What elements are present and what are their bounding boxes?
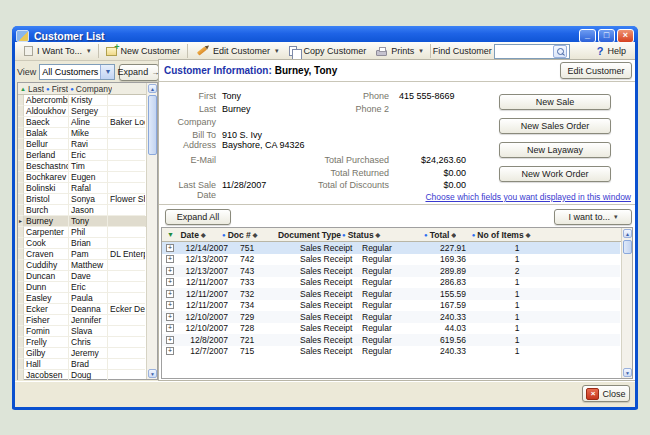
scrollbar-thumb[interactable]	[148, 95, 157, 155]
close-button[interactable]: × Close	[582, 385, 630, 402]
customer-row[interactable]: Berland Eric	[18, 150, 147, 161]
expand-row-icon[interactable]	[166, 267, 174, 275]
transaction-row[interactable]: 12/11/2007 734 Sales Receipt Regular 167…	[162, 300, 620, 312]
customer-row[interactable]: Jacobsen Doug	[18, 370, 147, 380]
transaction-row[interactable]: 12/10/2007 728 Sales Receipt Regular 44.…	[162, 323, 620, 335]
help-button[interactable]: ? Help	[592, 43, 631, 60]
customer-row[interactable]: Carpenter Phil	[18, 227, 147, 238]
transaction-scrollbar[interactable]: ▲ ▼	[621, 228, 632, 378]
customer-row[interactable]: Duncan Dave	[18, 271, 147, 282]
expand-row-icon[interactable]	[166, 290, 174, 298]
expand-row-icon[interactable]	[166, 324, 174, 332]
close-x-icon: ×	[586, 388, 599, 400]
column-header[interactable]: ● No of Items ◆	[456, 230, 546, 240]
customer-row[interactable]: Bellur Ravi	[18, 139, 147, 150]
expand-row-icon[interactable]	[166, 255, 174, 263]
column-header[interactable]: ● Document Type ◆	[278, 230, 342, 240]
edit-customer-button[interactable]: Edit Customer ▾	[190, 43, 284, 60]
new-work-order-button[interactable]: New Work Order	[499, 166, 611, 182]
field-value: 910 S. Ivy Bayshore, CA 94326	[222, 130, 305, 150]
customer-row[interactable]: Fomin Slava	[18, 326, 147, 337]
customer-row[interactable]: Cook Brian	[18, 238, 147, 249]
column-sort-filter-icon[interactable]	[70, 86, 74, 92]
expand-all-button[interactable]: Expand All	[165, 209, 231, 225]
transaction-row[interactable]: 12/14/2007 751 Sales Receipt Regular 227…	[162, 242, 620, 254]
column-header[interactable]: Company	[68, 83, 112, 94]
scroll-down-icon[interactable]: ▼	[623, 368, 632, 377]
transaction-row[interactable]: 12/11/2007 732 Sales Receipt Regular 155…	[162, 288, 620, 300]
expand-row-icon[interactable]	[166, 313, 174, 321]
column-header[interactable]: ● Total ◆	[402, 230, 456, 240]
column-header[interactable]: ● Status ◆	[342, 230, 402, 240]
customer-row[interactable]: Craven Pam DL Enterpri...	[18, 249, 147, 260]
expand-button[interactable]: Expand →	[119, 64, 159, 81]
customer-row[interactable]: Fisher Jennifer	[18, 315, 147, 326]
expand-row-icon[interactable]	[166, 301, 174, 309]
sort-icon[interactable]: ◆	[526, 231, 531, 238]
expand-row-icon[interactable]	[166, 347, 174, 355]
expand-row-icon[interactable]	[166, 278, 174, 286]
customer-row[interactable]: Burney Tony	[18, 216, 147, 227]
transaction-row[interactable]: 12/7/2007 715 Sales Receipt Regular 240.…	[162, 346, 620, 358]
find-customer-input[interactable]	[495, 45, 553, 58]
copy-customer-button[interactable]: Copy Customer	[284, 43, 372, 60]
prints-button[interactable]: Prints ▾	[371, 43, 428, 60]
customer-row[interactable]: Beschastnov Tim	[18, 161, 147, 172]
new-sales-order-button[interactable]: New Sales Order	[499, 118, 611, 134]
filter-icon[interactable]: ●	[342, 232, 346, 238]
customer-row[interactable]: Easley Paula	[18, 293, 147, 304]
sort-icon[interactable]: ◆	[253, 231, 258, 238]
column-header[interactable]: Last	[18, 83, 44, 94]
customer-row[interactable]: Aldoukhov Sergey	[18, 106, 147, 117]
transaction-row[interactable]: 12/13/2007 743 Sales Receipt Regular 289…	[162, 265, 620, 277]
transaction-row[interactable]: 12/11/2007 733 Sales Receipt Regular 286…	[162, 277, 620, 289]
expand-row-icon[interactable]	[166, 336, 174, 344]
column-header[interactable]: ● Doc # ◆	[222, 230, 278, 240]
filter-icon[interactable]: ●	[424, 232, 428, 238]
sort-icon[interactable]: ◆	[201, 231, 206, 238]
scroll-down-icon[interactable]: ▼	[148, 369, 157, 378]
find-customer-box	[494, 44, 570, 59]
expand-row-icon[interactable]	[166, 244, 174, 252]
scrollbar-thumb[interactable]	[623, 240, 632, 254]
edit-customer-panel-button[interactable]: Edit Customer	[560, 62, 632, 79]
column-header[interactable]: First	[44, 83, 68, 94]
transaction-row[interactable]: 12/8/2007 721 Sales Receipt Regular 619.…	[162, 334, 620, 346]
transaction-row[interactable]: 12/13/2007 742 Sales Receipt Regular 169…	[162, 254, 620, 266]
customer-row[interactable]: Cuddihy Matthew	[18, 260, 147, 271]
customer-row[interactable]: Frelly Chris	[18, 337, 147, 348]
customer-row[interactable]: Abercrombie Kristy	[18, 95, 147, 106]
transaction-row[interactable]: 12/10/2007 729 Sales Receipt Regular 240…	[162, 311, 620, 323]
chevron-down-icon[interactable]: ▼	[100, 65, 114, 79]
customer-row[interactable]: Hall Brad	[18, 359, 147, 370]
new-sale-button[interactable]: New Sale	[499, 94, 611, 110]
i-want-to-dropdown-button[interactable]: I want to... ▾	[554, 209, 632, 225]
customer-row[interactable]: Baeck Aline Baker Lock...	[18, 117, 147, 128]
field-value: 11/28/2007	[222, 180, 266, 190]
i-want-to-button[interactable]: I Want To... ▾	[19, 43, 96, 60]
customer-list-scrollbar[interactable]: ▲ ▼	[146, 83, 157, 379]
scroll-up-icon[interactable]: ▲	[623, 229, 632, 238]
search-icon[interactable]	[553, 45, 567, 58]
column-sort-filter-icon[interactable]	[46, 86, 50, 92]
customer-row[interactable]: Burch Jason	[18, 205, 147, 216]
scroll-up-icon[interactable]: ▲	[148, 84, 157, 93]
new-customer-button[interactable]: New Customer	[101, 43, 186, 60]
filter-icon[interactable]: ●	[472, 232, 476, 238]
new-layaway-button[interactable]: New Layaway	[499, 142, 611, 158]
sort-icon[interactable]: ◆	[376, 231, 381, 238]
column-sort-filter-icon[interactable]	[20, 86, 26, 92]
customer-row[interactable]: Dunn Eric	[18, 282, 147, 293]
customer-row[interactable]: Bochkarev Eugen	[18, 172, 147, 183]
customer-row[interactable]: Balak Mike	[18, 128, 147, 139]
filter-icon[interactable]: ●	[222, 232, 226, 238]
customer-row[interactable]: Bolinski Rafal	[18, 183, 147, 194]
view-dropdown[interactable]: All Customers ▼	[39, 64, 115, 80]
field-label: Last Sale Date	[159, 180, 216, 200]
choose-fields-link[interactable]: Choose which fields you want displayed i…	[425, 192, 631, 202]
customer-row[interactable]: Ecker Deanna Ecker Designs	[18, 304, 147, 315]
customer-row[interactable]: Bristol Sonya Flower Sho...	[18, 194, 147, 205]
funnel-filter-icon[interactable]: ▼	[167, 231, 174, 238]
new-customer-icon	[106, 47, 117, 56]
customer-row[interactable]: Gilby Jeremy	[18, 348, 147, 359]
